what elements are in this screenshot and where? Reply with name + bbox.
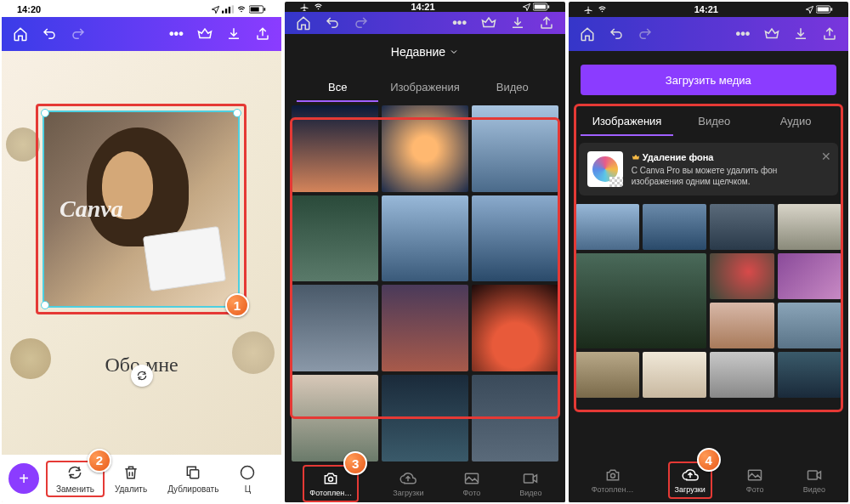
- resize-handle[interactable]: [41, 109, 49, 117]
- upload-thumb[interactable]: [778, 303, 842, 348]
- download-icon[interactable]: [509, 14, 526, 31]
- canvas-area[interactable]: Canva 1 Обо мне: [2, 51, 281, 502]
- tab-video[interactable]: Видео: [472, 74, 553, 102]
- photo-thumb[interactable]: [382, 105, 468, 192]
- tab-video[interactable]: Видео: [673, 108, 755, 136]
- promo-text: Удаление фона С Canva Pro вы можете удал…: [632, 151, 830, 187]
- upload-thumb[interactable]: [575, 253, 707, 348]
- svg-point-8: [241, 466, 254, 479]
- photo-thumb[interactable]: [472, 285, 558, 371]
- nav-camera-roll[interactable]: Фотоплен…: [586, 463, 639, 497]
- upload-thumb[interactable]: [643, 204, 706, 250]
- redo-icon[interactable]: [637, 25, 654, 42]
- home-icon[interactable]: [295, 14, 312, 31]
- panel-2-camera-roll: 14:21 ••• Недавние Все Изображения Видео…: [285, 2, 564, 502]
- duplicate-button[interactable]: Дублировать: [157, 461, 229, 497]
- resize-handle[interactable]: [41, 301, 49, 309]
- status-bar: 14:20: [2, 2, 281, 17]
- upload-thumb[interactable]: [710, 303, 774, 348]
- photo-thumb[interactable]: [292, 195, 378, 282]
- upload-media-button[interactable]: Загрузить медиа: [581, 65, 836, 95]
- status-time: 14:21: [694, 4, 718, 14]
- nav-video[interactable]: Видео: [514, 467, 547, 501]
- share-icon[interactable]: [254, 25, 271, 42]
- status-bar: 14:21: [569, 2, 848, 17]
- photo-thumb[interactable]: [292, 285, 378, 371]
- decorative-flower: [232, 331, 275, 374]
- bg-remove-promo[interactable]: Удаление фона С Canva Pro вы можете удал…: [579, 143, 838, 195]
- sync-icon[interactable]: [131, 365, 153, 387]
- nav-photo[interactable]: Фото: [458, 467, 486, 501]
- promo-icon: [587, 151, 623, 187]
- selection-outline: Canva: [42, 110, 240, 308]
- more-icon[interactable]: •••: [451, 14, 468, 31]
- tab-images[interactable]: Изображения: [378, 74, 472, 102]
- tab-all[interactable]: Все: [297, 74, 378, 102]
- bottom-nav: Фотоплен… 3 Загрузки Фото Видео: [285, 465, 564, 502]
- undo-icon[interactable]: [41, 25, 58, 42]
- photo-thumb[interactable]: [292, 105, 378, 192]
- panel-3-uploads: 14:21 ••• Загрузить медиа Изображения Ви…: [569, 2, 848, 502]
- photo-thumb[interactable]: [472, 375, 558, 462]
- svg-rect-1: [225, 8, 227, 13]
- undo-icon[interactable]: [608, 25, 625, 42]
- decorative-flower: [6, 127, 40, 161]
- redo-icon[interactable]: [353, 14, 370, 31]
- upload-thumb[interactable]: [575, 204, 639, 250]
- add-button[interactable]: +: [8, 463, 39, 494]
- svg-rect-7: [190, 469, 199, 478]
- close-icon[interactable]: ✕: [821, 150, 831, 163]
- nav-video[interactable]: Видео: [798, 463, 830, 497]
- share-icon[interactable]: [821, 25, 838, 42]
- upload-thumb[interactable]: [710, 204, 774, 250]
- photo-thumb[interactable]: [382, 375, 468, 462]
- svg-rect-0: [222, 11, 224, 14]
- more-icon[interactable]: •••: [734, 25, 751, 42]
- undo-icon[interactable]: [324, 14, 341, 31]
- replace-button[interactable]: Заменить 2: [46, 461, 105, 497]
- delete-button[interactable]: Удалить: [105, 461, 157, 497]
- download-icon[interactable]: [225, 25, 242, 42]
- upload-thumb[interactable]: [778, 204, 842, 250]
- download-icon[interactable]: [792, 25, 809, 42]
- upload-thumb[interactable]: [710, 352, 774, 398]
- location-icon: [805, 5, 814, 14]
- photo-thumb[interactable]: [382, 285, 468, 371]
- nav-camera-roll[interactable]: Фотоплен… 3: [303, 465, 359, 502]
- selected-photo-frame[interactable]: Canva 1: [36, 104, 246, 314]
- photo-thumb[interactable]: [382, 195, 468, 282]
- home-icon[interactable]: [12, 25, 29, 42]
- battery-icon: [533, 3, 550, 11]
- photo-grid[interactable]: [285, 102, 564, 465]
- tab-images[interactable]: Изображения: [581, 108, 674, 136]
- tab-audio[interactable]: Аудио: [755, 108, 836, 136]
- share-icon[interactable]: [538, 14, 555, 31]
- upload-thumb[interactable]: [778, 253, 842, 299]
- photo-thumb[interactable]: [472, 195, 558, 282]
- more-icon[interactable]: •••: [167, 25, 184, 42]
- color-button-partial[interactable]: Ц: [229, 461, 256, 497]
- redo-icon[interactable]: [70, 25, 87, 42]
- photo-thumb[interactable]: [472, 105, 558, 192]
- crown-icon[interactable]: [196, 25, 213, 42]
- crown-icon[interactable]: [763, 25, 780, 42]
- upload-thumb[interactable]: [778, 352, 842, 398]
- upload-thumb[interactable]: [643, 352, 706, 398]
- location-icon: [211, 5, 220, 14]
- photo-placeholder[interactable]: Canva: [44, 112, 238, 306]
- resize-handle[interactable]: [233, 109, 241, 117]
- nav-uploads[interactable]: Загрузки 4: [668, 462, 712, 499]
- nav-photo[interactable]: Фото: [741, 463, 769, 497]
- svg-point-12: [329, 477, 333, 481]
- svg-rect-11: [547, 5, 549, 8]
- upload-thumb[interactable]: [575, 352, 639, 398]
- recent-dropdown[interactable]: Недавние: [285, 34, 564, 70]
- home-icon[interactable]: [579, 25, 596, 42]
- nav-uploads[interactable]: Загрузки: [388, 467, 428, 501]
- uploads-grid[interactable]: [569, 199, 848, 403]
- status-time: 14:21: [411, 2, 434, 12]
- photo-thumb[interactable]: [292, 375, 378, 462]
- wifi-icon: [313, 3, 324, 11]
- crown-icon[interactable]: [480, 14, 497, 31]
- upload-thumb[interactable]: [710, 253, 774, 299]
